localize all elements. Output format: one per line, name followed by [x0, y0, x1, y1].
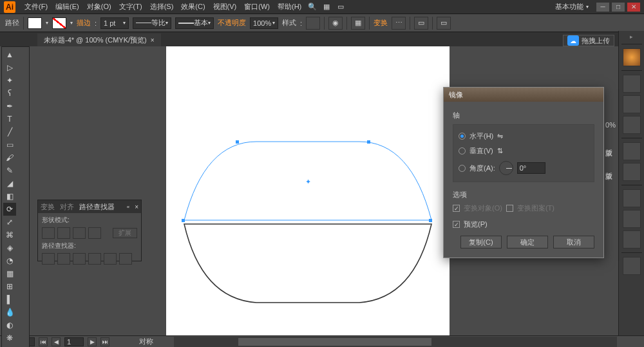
outline-icon[interactable] [104, 253, 117, 265]
tab-align[interactable]: 对齐 [60, 202, 74, 212]
arrange-icon[interactable]: ▭ [334, 1, 348, 14]
menu-type[interactable]: 文字(T) [115, 2, 146, 12]
style-swatch[interactable] [306, 17, 320, 30]
dock-brushes-icon[interactable] [623, 95, 641, 113]
dash-profile[interactable]: 等比▾ [133, 17, 171, 29]
perspective-tool[interactable]: ▦ [3, 267, 16, 280]
scale-tool[interactable]: ⤢ [3, 216, 16, 229]
graph-tool[interactable]: ▥ [3, 344, 16, 347]
radio-horizontal[interactable] [459, 133, 466, 140]
fill-swatch[interactable] [28, 17, 42, 29]
menu-view[interactable]: 视图(V) [209, 2, 241, 12]
unite-icon[interactable] [42, 227, 55, 239]
divide-icon[interactable] [42, 253, 55, 265]
brush-profile[interactable]: 基本▾ [175, 17, 214, 29]
anchor-point[interactable] [182, 219, 185, 222]
upload-widget[interactable]: ☁ 拖拽上传 [563, 35, 614, 46]
angle-input[interactable] [517, 162, 545, 174]
blend-tool[interactable]: ◐ [3, 319, 16, 332]
intersect-icon[interactable] [73, 227, 86, 239]
stroke-dropdown-icon[interactable]: ▾ [70, 20, 73, 26]
search-icon[interactable]: 🔍 [305, 1, 319, 14]
recolor-icon[interactable]: ◉ [328, 17, 343, 30]
doc-setup-icon[interactable]: ▭ [437, 17, 451, 30]
type-tool[interactable]: T [3, 113, 16, 126]
docked-panel-edge[interactable]: 0% 蒙版 蒙版 [604, 121, 617, 179]
minimize-button[interactable]: ─ [596, 3, 609, 12]
lasso-tool[interactable]: ʕ [3, 87, 16, 100]
paintbrush-tool[interactable]: 🖌 [3, 151, 16, 164]
stroke-label[interactable]: 描边 [77, 18, 91, 28]
grid-icon[interactable]: ▦ [319, 1, 334, 14]
anchor-point[interactable] [429, 219, 432, 222]
menu-file[interactable]: 文件(F) [21, 2, 52, 12]
shape-builder-tool[interactable]: ◔ [3, 254, 16, 267]
stroke-weight-input[interactable]: 1 pt▾ [100, 17, 129, 29]
width-tool[interactable]: ⌘ [3, 229, 16, 241]
menu-object[interactable]: 对象(O) [83, 2, 115, 12]
maximize-button[interactable]: □ [612, 3, 625, 12]
menu-window[interactable]: 窗口(W) [240, 2, 274, 12]
pen-tool[interactable]: ✒ [3, 100, 16, 113]
style-label[interactable]: 样式 [282, 18, 296, 28]
dock-layers-icon[interactable] [623, 257, 641, 275]
merge-icon[interactable] [73, 253, 86, 265]
dialog-title[interactable]: 镜像 [444, 88, 603, 102]
checkbox-preview[interactable] [453, 221, 460, 228]
crop-icon[interactable] [88, 253, 101, 265]
menu-help[interactable]: 帮助(H) [274, 2, 305, 12]
panel-collapse-icon[interactable]: « [127, 204, 129, 210]
document-tab[interactable]: 未标题-4* @ 100% (CMYK/预览) × [37, 33, 161, 46]
cancel-button[interactable]: 取消 [553, 236, 594, 249]
copy-button[interactable]: 复制(C) [460, 236, 502, 249]
opacity-input[interactable]: 100%▾ [250, 17, 278, 29]
magic-wand-tool[interactable]: ✦ [3, 74, 16, 87]
dock-stroke-icon[interactable] [623, 142, 641, 160]
radio-vertical[interactable] [459, 147, 466, 155]
minus-back-icon[interactable] [119, 253, 132, 265]
next-artboard-icon[interactable]: ▶ [88, 337, 97, 346]
selection-tool[interactable]: ▲ [3, 48, 16, 61]
mesh-tool[interactable]: ⊞ [3, 280, 16, 293]
scrollbar-thumb[interactable] [238, 338, 431, 346]
symbol-sprayer-tool[interactable]: ❋ [3, 332, 16, 344]
gradient-tool[interactable]: ▌ [3, 293, 16, 306]
transform-options-icon[interactable]: ⋯ [392, 17, 406, 30]
angle-dial[interactable] [499, 161, 513, 175]
trim-icon[interactable] [57, 253, 70, 265]
fill-dropdown-icon[interactable]: ▾ [46, 20, 48, 26]
opacity-label[interactable]: 不透明度 [218, 18, 246, 28]
dock-gradient-icon[interactable] [623, 163, 641, 181]
pencil-tool[interactable]: ✎ [3, 164, 16, 177]
close-tab-icon[interactable]: × [151, 37, 155, 44]
dock-collapse-icon[interactable]: ▸ [630, 33, 633, 40]
dock-symbols-icon[interactable] [623, 116, 641, 134]
last-artboard-icon[interactable]: ⏭ [100, 337, 109, 346]
line-tool[interactable]: ╱ [3, 126, 16, 138]
tab-transform[interactable]: 变换 [41, 202, 55, 212]
blob-brush-tool[interactable]: ◢ [3, 177, 16, 190]
transform-label[interactable]: 变换 [374, 18, 388, 28]
isolate-icon[interactable]: ▭ [414, 17, 428, 30]
menu-select[interactable]: 选择(S) [146, 2, 178, 12]
dock-color-icon[interactable] [623, 48, 641, 66]
exclude-icon[interactable] [88, 227, 101, 239]
tab-pathfinder[interactable]: 路径查找器 [79, 202, 115, 212]
menu-edit[interactable]: 编辑(E) [52, 2, 83, 12]
close-button[interactable]: ✕ [627, 3, 640, 12]
anchor-point[interactable] [236, 140, 239, 144]
dock-graphic-styles-icon[interactable] [623, 230, 641, 249]
dock-transparency-icon[interactable] [623, 189, 641, 207]
stroke-swatch[interactable] [52, 17, 66, 29]
rectangle-tool[interactable]: ▭ [3, 138, 16, 151]
menu-effect[interactable]: 效果(C) [177, 2, 209, 12]
anchor-point[interactable] [367, 140, 370, 144]
dock-swatches-icon[interactable] [623, 75, 641, 93]
prev-artboard-icon[interactable]: ◀ [52, 337, 61, 346]
workspace-switcher[interactable]: 基本功能 ▾ [551, 2, 592, 12]
minus-front-icon[interactable] [57, 227, 70, 239]
radio-angle[interactable] [459, 165, 466, 172]
dock-appearance-icon[interactable] [623, 210, 641, 228]
rotate-tool[interactable]: ⟳ [3, 203, 16, 216]
direct-selection-tool[interactable]: ▷ [3, 61, 16, 74]
